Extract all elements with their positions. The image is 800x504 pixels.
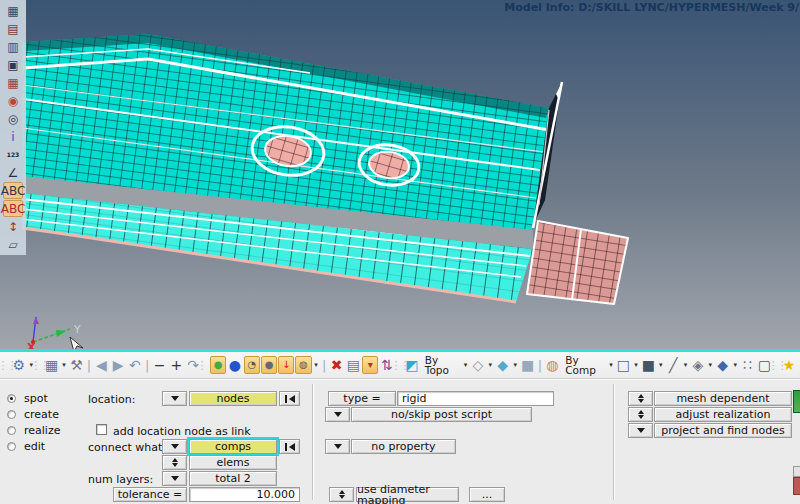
connect-what-entity-button[interactable]: comps	[189, 439, 277, 454]
element-color-mode-icon[interactable]: ◍	[544, 355, 560, 375]
page-layout-icon[interactable]: ▦	[44, 355, 60, 375]
unmask-adjacent-icon[interactable]: ▥	[3, 38, 23, 55]
connect-secondary-button[interactable]: elems	[189, 455, 277, 470]
section-cut-icon[interactable]: ▱	[3, 236, 23, 253]
save-model-icon[interactable]: ●	[261, 356, 277, 374]
page-layout-dropdown-icon[interactable]: ▾	[61, 355, 68, 375]
reject-button-sliver[interactable]	[793, 466, 800, 477]
file-browse-icon[interactable]: ◍	[295, 356, 311, 374]
delete-icon[interactable]: ✖	[329, 355, 345, 375]
edit[interactable]: edit	[7, 439, 45, 454]
by-topo-dropdown-icon[interactable]: ▾	[462, 355, 469, 375]
num-layers-dropdown[interactable]	[162, 471, 187, 486]
option-button[interactable]: adjust realization	[654, 407, 792, 422]
mesh-shaded-icon[interactable]: ■	[640, 355, 656, 375]
labels-abc-off-icon[interactable]: ABC	[3, 200, 23, 217]
property-button[interactable]: no property	[351, 439, 456, 454]
by-topo-selector[interactable]: By Topo	[421, 356, 461, 374]
diameter-mapping-switch[interactable]	[329, 487, 354, 502]
type-field[interactable]: rigid	[397, 391, 554, 406]
by-comp-selector[interactable]: By Comp	[561, 356, 606, 374]
diameter-mapping-button[interactable]: use diameter mapping	[356, 487, 459, 502]
forward-arrow-icon[interactable]: ▶	[110, 355, 126, 375]
tolerance-button[interactable]: tolerance =	[113, 487, 187, 502]
element-3d-dropdown-icon[interactable]: ▾	[732, 355, 739, 375]
option-button[interactable]: project and find nodes	[654, 423, 792, 438]
element-3d-icon[interactable]: ◆	[715, 355, 731, 375]
surface-wire-icon[interactable]: ◇	[470, 355, 486, 375]
radio-icon[interactable]	[7, 442, 16, 451]
find-entities-icon[interactable]: ◎	[3, 110, 23, 127]
numbers-icon[interactable]: 123	[3, 146, 23, 163]
wrench-icon[interactable]: ⚒	[69, 355, 85, 375]
mesh-wire-dropdown-icon[interactable]: ▾	[632, 355, 639, 375]
surface-wire-dropdown-icon[interactable]: ▾	[487, 355, 494, 375]
feature-line-dropdown-icon[interactable]: ▾	[682, 355, 689, 375]
mesh-shaded-dropdown-icon[interactable]: ▾	[657, 355, 664, 375]
model-info-text: Model Info: D:/SKILL LYNC/HYPERMESH/Week…	[0, 1, 800, 14]
file-browse-dropdown-icon[interactable]: ▾	[313, 355, 320, 375]
display-entities-icon[interactable]: ▦	[3, 2, 23, 19]
location-entity-button[interactable]: nodes	[189, 391, 277, 406]
solid-shaded-icon[interactable]: ■	[520, 355, 536, 375]
reverse-display-icon[interactable]: ▦	[3, 74, 23, 91]
option-button[interactable]: mesh dependent	[654, 391, 792, 406]
by-comp-dropdown-icon[interactable]: ▾	[608, 355, 615, 375]
tolerance-field[interactable]: 10.000	[189, 487, 300, 502]
radio-icon[interactable]	[7, 394, 16, 403]
diameter-mapping-more-button[interactable]: ...	[469, 487, 505, 502]
post-script-button[interactable]: no/skip post script	[351, 407, 532, 422]
spherical-clipping-icon[interactable]: ◉	[3, 92, 23, 109]
favorites-star-icon[interactable]: ★	[781, 355, 797, 375]
zoom-in-icon[interactable]: +	[168, 355, 184, 375]
realize[interactable]: realize	[7, 423, 60, 438]
mask-icon[interactable]: ▤	[3, 20, 23, 37]
num-layers-button[interactable]: total 2	[189, 471, 277, 486]
connect-what-dropdown[interactable]	[162, 439, 187, 454]
create-button-sliver[interactable]	[793, 390, 800, 413]
geometry-color-mode-icon[interactable]: ◩	[404, 355, 420, 375]
load-recent-icon[interactable]: ◔	[244, 356, 260, 374]
create[interactable]: create	[7, 407, 59, 422]
surface-shaded-icon[interactable]: ◆	[495, 355, 511, 375]
mesh-wire-icon[interactable]: □	[616, 355, 632, 375]
mesh-viewport-canvas[interactable]: Y X	[0, 0, 800, 352]
location-dropdown[interactable]	[162, 391, 187, 406]
import-solver-icon[interactable]: ●	[227, 355, 243, 375]
unmask-all-icon[interactable]: ▣	[3, 56, 23, 73]
option-toggle[interactable]	[628, 407, 653, 422]
element-2d-icon[interactable]: ◈	[690, 355, 706, 375]
connect-secondary-switch[interactable]	[162, 455, 187, 470]
vector-display-icon[interactable]: ↕	[3, 218, 23, 235]
model-info-icon[interactable]: i	[3, 128, 23, 145]
include-files-icon[interactable]: ▾	[362, 356, 378, 374]
location-reset-button[interactable]	[279, 391, 300, 406]
undo-icon[interactable]: ↶	[127, 355, 143, 375]
post-script-dropdown[interactable]	[325, 407, 350, 422]
measure-icon[interactable]: ∠	[3, 164, 23, 181]
visualization-options-icon[interactable]: ∷	[740, 355, 756, 375]
type-button[interactable]: type =	[328, 391, 396, 406]
element-2d-dropdown-icon[interactable]: ▾	[707, 355, 714, 375]
property-dropdown[interactable]	[325, 439, 350, 454]
back-arrow-icon[interactable]: ◀	[93, 355, 109, 375]
user-profile-gear-icon[interactable]: ⚙	[11, 355, 27, 375]
feature-line-icon[interactable]: ╱	[665, 355, 681, 375]
return-button-sliver[interactable]	[793, 477, 800, 495]
radio-icon[interactable]	[7, 426, 16, 435]
export-solver-icon[interactable]: ↓	[278, 356, 294, 374]
surface-shaded-dropdown-icon[interactable]: ▾	[512, 355, 519, 375]
graphics-area[interactable]: Y X Model Info: D:/SKILL LYNC/HYPERMESH/…	[0, 0, 800, 352]
option-toggle[interactable]	[628, 423, 653, 438]
option-toggle[interactable]	[628, 391, 653, 406]
add-link-checkbox[interactable]	[96, 424, 107, 435]
connect-what-reset-button[interactable]	[279, 439, 300, 454]
spot[interactable]: spot	[7, 391, 48, 406]
labels-abc-icon[interactable]: ABC	[3, 182, 23, 199]
radio-icon[interactable]	[7, 410, 16, 419]
organize-icon[interactable]: ▤	[345, 355, 361, 375]
separator: |	[536, 355, 543, 375]
separator: |	[321, 355, 328, 375]
open-model-icon[interactable]: ●	[210, 356, 226, 374]
zoom-out-icon[interactable]: −	[152, 355, 168, 375]
